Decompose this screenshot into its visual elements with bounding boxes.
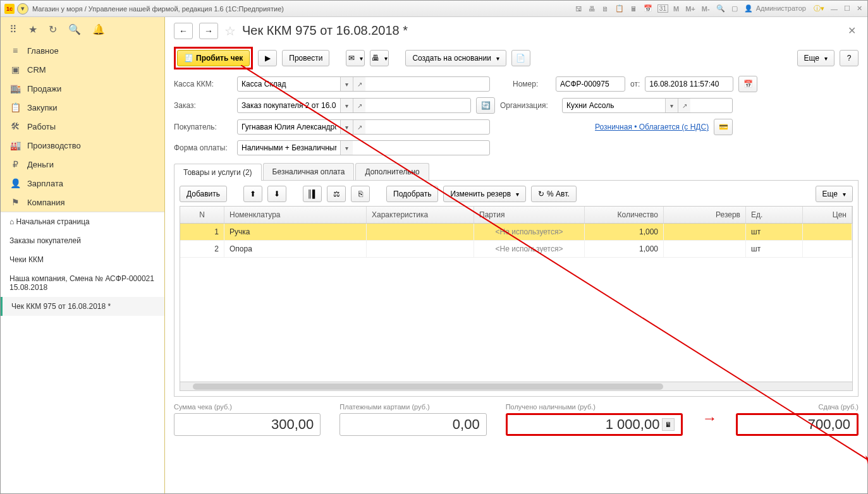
dropdown-icon[interactable]: ▾ — [17, 3, 28, 15]
number-input[interactable] — [556, 76, 625, 92]
order-input[interactable]: ▾↗ — [237, 98, 471, 113]
nav-works[interactable]: 🛠Работы — [1, 117, 164, 136]
print-button[interactable]: 🖶 — [370, 50, 389, 66]
more-button[interactable]: Еще — [797, 50, 834, 66]
mail-button[interactable]: ✉ — [346, 50, 365, 66]
close-icon[interactable]: ✕ — [855, 4, 864, 13]
auto-button[interactable]: ↻ % Авт. — [531, 186, 577, 202]
chevron-down-icon[interactable]: ▾ — [665, 99, 678, 112]
date-input[interactable] — [645, 76, 733, 92]
open-icon[interactable]: ↗ — [678, 99, 690, 112]
nav-sales[interactable]: 🏬Продажи — [1, 79, 164, 98]
move-up-button[interactable]: ⬆ — [243, 186, 262, 202]
refresh-button[interactable]: 🔄 — [476, 97, 495, 114]
window-icon[interactable]: ▢ — [730, 4, 739, 13]
nav-salary[interactable]: 👤Зарплата — [1, 174, 164, 193]
orders-link[interactable]: Заказы покупателей — [1, 231, 164, 250]
search-icon[interactable]: 🔍 — [68, 23, 81, 35]
nav-money[interactable]: ₽Деньги — [1, 155, 164, 174]
favorite-icon[interactable]: ☆ — [224, 23, 236, 39]
nav-company[interactable]: ⚑Компания — [1, 193, 164, 212]
zoom-icon[interactable]: 🔍 — [715, 4, 726, 13]
shift-link[interactable]: Наша компания, Смена № АСФР-000021 15.08… — [1, 269, 164, 297]
m-icon[interactable]: M — [672, 5, 680, 13]
punch-check-button[interactable]: 🧾Пробить чек — [177, 50, 250, 66]
table-row[interactable]: 1 Ручка <Не используется> 1,000 шт — [180, 224, 852, 241]
h-scrollbar[interactable] — [180, 382, 852, 390]
open-icon[interactable]: ↗ — [353, 99, 365, 112]
post-icon-button[interactable]: ▶ — [258, 50, 277, 66]
user-icon[interactable]: 👤 Администратор — [743, 4, 809, 13]
buyer-label: Покупатель: — [174, 123, 232, 131]
back-button[interactable]: ← — [174, 23, 193, 39]
payform-input[interactable]: ▾ — [237, 140, 490, 155]
create-based-button[interactable]: Создать на основании — [405, 50, 506, 66]
nav-main[interactable]: ≡Главное — [1, 41, 164, 60]
move-down-button[interactable]: ⬇ — [267, 186, 286, 202]
save-icon[interactable]: 🖫 — [574, 5, 584, 13]
col-res[interactable]: Резерв — [664, 207, 746, 223]
org-input[interactable]: ▾↗ — [562, 98, 733, 113]
pick-button[interactable]: Подобрать — [386, 186, 438, 202]
scan-button[interactable]: ║▌ — [303, 186, 322, 202]
bell-icon[interactable]: 🔔 — [92, 23, 105, 35]
calc-button[interactable]: 🖩 — [662, 418, 675, 431]
nav-purchase[interactable]: 📋Закупки — [1, 98, 164, 117]
checks-link[interactable]: Чеки ККМ — [1, 250, 164, 269]
post-button[interactable]: Провести — [282, 50, 329, 66]
chevron-down-icon[interactable]: ▾ — [340, 120, 353, 134]
table-row[interactable]: 2 Опора <Не используется> 1,000 шт — [180, 241, 852, 258]
home-page[interactable]: ⌂ Начальная страница — [1, 212, 164, 231]
scale-button[interactable]: ⚖ — [327, 186, 346, 202]
kassa-input[interactable]: ▾↗ — [237, 76, 490, 92]
col-char[interactable]: Характеристика — [367, 207, 474, 223]
buyer-input[interactable]: ▾↗ — [237, 119, 490, 135]
col-part[interactable]: Партия — [474, 207, 585, 223]
star-icon[interactable]: ★ — [28, 23, 37, 35]
sum-label: Сумма чека (руб.) — [174, 403, 321, 411]
calendar2-icon[interactable]: 31 — [657, 4, 668, 13]
calendar-button[interactable]: 📅 — [738, 76, 757, 92]
col-ed[interactable]: Ед. — [746, 207, 803, 223]
chevron-down-icon[interactable]: ▾ — [340, 77, 353, 91]
tab-cashless[interactable]: Безналичная оплата — [263, 163, 355, 180]
nav-production[interactable]: 🏭Производство — [1, 136, 164, 155]
mminus-icon[interactable]: M- — [700, 5, 711, 13]
tab-extra[interactable]: Дополнительно — [355, 163, 429, 180]
chevron-down-icon[interactable]: ▾ — [340, 99, 353, 112]
current-doc-link[interactable]: Чек ККМ 975 от 16.08.2018 * — [1, 297, 164, 316]
minimize-icon[interactable]: — — [829, 5, 839, 13]
reserve-button[interactable]: Изменить резерв — [443, 186, 526, 202]
table-more-button[interactable]: Еще — [816, 186, 853, 202]
doc-icon[interactable]: 🗎 — [601, 5, 610, 13]
sum-value: 300,00 — [174, 413, 321, 436]
calendar-icon[interactable]: 📅 — [642, 4, 654, 13]
open-icon[interactable]: ↗ — [353, 120, 365, 134]
copy-button[interactable]: ⎘ — [351, 186, 370, 202]
chevron-down-icon[interactable]: ▾ — [340, 141, 353, 155]
retail-link[interactable]: Розничная • Облагается (с НДС) — [595, 123, 709, 131]
forward-button[interactable]: → — [199, 23, 218, 39]
report-button[interactable]: 📄 — [511, 50, 530, 66]
info-icon[interactable]: ⓘ▾ — [812, 4, 826, 13]
apps-icon[interactable]: ⠿ — [9, 23, 17, 35]
help-button[interactable]: ? — [840, 50, 859, 66]
close-tab-icon[interactable]: ✕ — [845, 22, 859, 39]
mplus-icon[interactable]: M+ — [684, 5, 697, 13]
tools-icon: 🛠 — [9, 121, 21, 131]
clipboard-icon[interactable]: 📋 — [614, 4, 625, 13]
calc-icon[interactable]: 🖩 — [629, 5, 639, 13]
history-icon[interactable]: ↻ — [49, 23, 57, 35]
print-icon[interactable]: 🖶 — [587, 5, 597, 13]
maximize-icon[interactable]: ☐ — [843, 4, 852, 13]
card-button[interactable]: 💳 — [714, 119, 733, 135]
nav-crm[interactable]: ▣CRM — [1, 60, 164, 79]
col-n[interactable]: N — [180, 207, 224, 223]
add-button[interactable]: Добавить — [180, 186, 227, 202]
open-icon[interactable]: ↗ — [353, 77, 365, 91]
tab-goods[interactable]: Товары и услуги (2) — [174, 164, 262, 181]
col-qty[interactable]: Количество — [585, 207, 664, 223]
col-price[interactable]: Цен — [803, 207, 852, 223]
cash-value[interactable]: 1 000,00🖩 — [506, 413, 683, 436]
col-nom[interactable]: Номенклатура — [224, 207, 367, 223]
